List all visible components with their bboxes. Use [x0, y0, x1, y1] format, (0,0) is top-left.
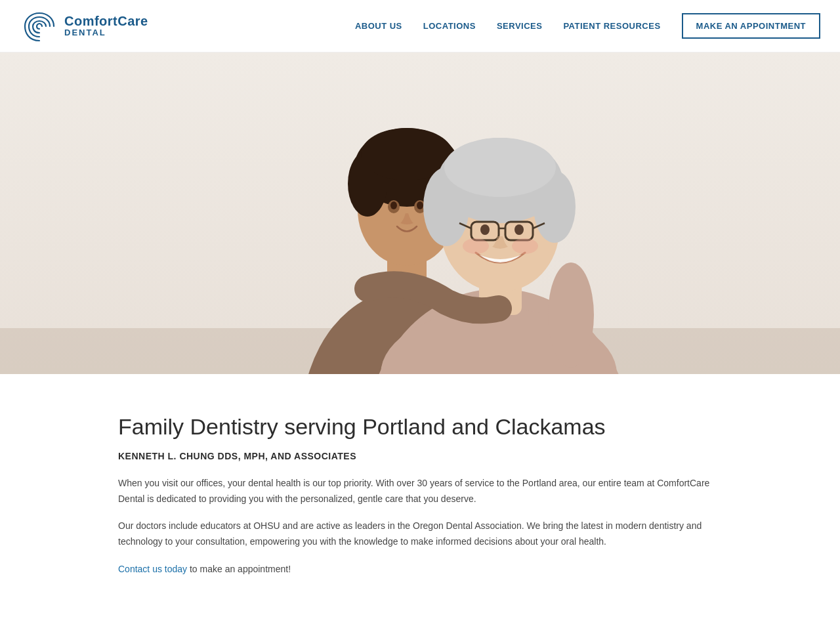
page-heading: Family Dentistry serving Portland and Cl… [118, 413, 722, 440]
svg-point-11 [390, 201, 397, 209]
paragraph-1: When you visit our offices, your dental … [118, 476, 722, 507]
nav-about-us[interactable]: ABOUT US [355, 21, 402, 31]
paragraph-2: Our doctors include educators at OHSU an… [118, 518, 722, 550]
logo-text: ComfortCare DENTAL [64, 14, 148, 37]
contact-line: Contact us today to make an appointment! [118, 562, 722, 578]
nav-patient-resources[interactable]: PATIENT RESOURCES [563, 21, 660, 31]
logo-link[interactable]: ComfortCare DENTAL [20, 7, 148, 46]
hero-section [0, 52, 840, 374]
svg-point-27 [514, 224, 524, 235]
site-header: ComfortCare DENTAL ABOUT US LOCATIONS SE… [0, 0, 840, 52]
logo-brand: ComfortCare [64, 14, 148, 28]
svg-point-20 [444, 138, 556, 197]
main-nav: ABOUT US LOCATIONS SERVICES PATIENT RESO… [355, 13, 820, 39]
nav-services[interactable]: SERVICES [497, 21, 543, 31]
svg-point-28 [463, 238, 489, 254]
content-block: Family Dentistry serving Portland and Cl… [98, 374, 742, 630]
hero-image [0, 52, 840, 374]
svg-point-26 [480, 224, 490, 235]
svg-point-30 [548, 262, 594, 368]
svg-point-12 [417, 201, 423, 209]
svg-point-29 [512, 238, 538, 254]
contact-link[interactable]: Contact us today [118, 564, 187, 574]
nav-locations[interactable]: LOCATIONS [423, 21, 476, 31]
logo-sub: DENTAL [64, 28, 148, 37]
make-appointment-button[interactable]: MAKE AN APPOINTMENT [682, 13, 820, 39]
doctor-name: KENNETH L. CHUNG DDS, MPH, AND ASSOCIATE… [118, 451, 722, 461]
main-content: Family Dentistry serving Portland and Cl… [0, 374, 840, 630]
contact-suffix: to make an appointment! [187, 564, 291, 574]
logo-icon [20, 7, 59, 46]
